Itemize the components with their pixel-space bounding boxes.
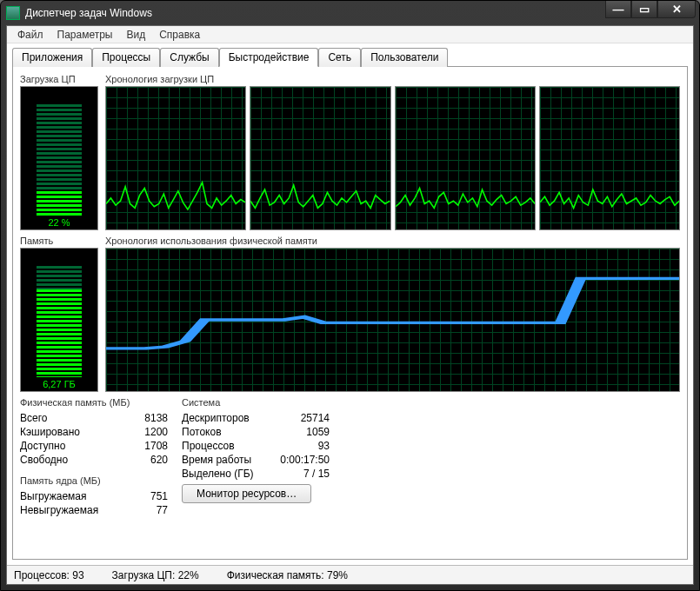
mem-history-label: Хронология использования физической памя… <box>105 236 680 246</box>
kernel-mem-header: Память ядра (МБ) <box>20 475 168 486</box>
kernel-paged-value: 751 <box>150 489 168 503</box>
cpu-meter-box: Загрузка ЦП 22 % <box>20 74 98 230</box>
kernel-nonpaged-label: Невыгружаемая <box>20 503 98 517</box>
status-memory: Физическая память: 79% <box>227 569 348 581</box>
cpu-graph-2 <box>250 86 390 230</box>
sys-handles-value: 25714 <box>301 411 330 425</box>
kernel-memory-group: Память ядра (МБ) Выгружаемая751 Невыгруж… <box>20 475 168 517</box>
tab-network[interactable]: Сеть <box>318 48 361 67</box>
kernel-nonpaged-value: 77 <box>157 503 168 517</box>
sys-uptime-value: 0:00:17:50 <box>280 453 330 467</box>
cpu-graph-3 <box>395 86 536 230</box>
phys-free-value: 620 <box>150 453 168 467</box>
menubar: Файл Параметры Вид Справка <box>7 26 693 43</box>
memory-meter-box: Память 6,27 ГБ <box>20 236 98 392</box>
status-bar: Процессов: 93 Загрузка ЦП: 22% Физическа… <box>7 565 693 584</box>
menu-file[interactable]: Файл <box>12 27 49 43</box>
tab-strip: Приложения Процессы Службы Быстродействи… <box>7 43 693 66</box>
status-processes: Процессов: 93 <box>14 569 84 581</box>
titlebar[interactable]: Диспетчер задач Windows — ▭ ✕ <box>1 1 699 25</box>
sys-threads-value: 1059 <box>306 425 330 439</box>
cpu-history-group: Хронология загрузки ЦП <box>105 74 680 230</box>
minimize-button[interactable]: — <box>605 1 631 18</box>
sys-threads-label: Потоков <box>182 425 222 439</box>
phys-cached-label: Кэшировано <box>20 425 80 439</box>
cpu-meter: 22 % <box>20 86 98 230</box>
phys-cached-value: 1200 <box>144 425 168 439</box>
performance-panel: Загрузка ЦП 22 % Хронология загрузки ЦП <box>12 66 688 560</box>
cpu-history-label: Хронология загрузки ЦП <box>105 74 680 84</box>
memory-meter-value: 6,27 ГБ <box>43 379 76 389</box>
system-header: Система <box>182 397 330 408</box>
sys-commit-label: Выделено (ГБ) <box>182 467 254 481</box>
tab-applications[interactable]: Приложения <box>12 48 92 67</box>
cpu-graph-1 <box>105 86 246 230</box>
cpu-meter-value: 22 % <box>48 217 70 228</box>
close-button[interactable]: ✕ <box>657 1 696 18</box>
tab-users[interactable]: Пользователи <box>361 48 448 67</box>
menu-help[interactable]: Справка <box>154 27 205 43</box>
phys-total-label: Всего <box>20 411 47 425</box>
task-manager-window: Диспетчер задач Windows — ▭ ✕ Файл Парам… <box>0 0 700 591</box>
memory-meter: 6,27 ГБ <box>20 248 98 392</box>
sys-handles-label: Дескрипторов <box>182 411 250 425</box>
phys-free-label: Свободно <box>20 453 68 467</box>
status-cpu: Загрузка ЦП: 22% <box>112 569 199 581</box>
kernel-paged-label: Выгружаемая <box>20 489 86 503</box>
sys-procs-value: 93 <box>318 439 330 453</box>
tab-performance[interactable]: Быстродействие <box>219 48 319 67</box>
mem-history-group: Хронология использования физической памя… <box>105 236 680 392</box>
cpu-usage-label: Загрузка ЦП <box>20 74 98 84</box>
phys-avail-label: Доступно <box>20 439 65 453</box>
memory-label: Память <box>20 236 98 246</box>
resource-monitor-button[interactable]: Монитор ресурсов… <box>182 484 311 503</box>
app-icon <box>6 6 20 20</box>
tab-processes[interactable]: Процессы <box>92 48 160 67</box>
tab-services[interactable]: Службы <box>160 48 218 67</box>
menu-view[interactable]: Вид <box>121 27 150 43</box>
phys-mem-header: Физическая память (МБ) <box>20 397 168 408</box>
phys-avail-value: 1708 <box>144 439 168 453</box>
physical-memory-group: Физическая память (МБ) Всего8138 Кэширов… <box>20 397 168 467</box>
window-title: Диспетчер задач Windows <box>25 7 152 19</box>
client-area: Файл Параметры Вид Справка Приложения Пр… <box>6 25 694 585</box>
system-group: Система Дескрипторов25714 Потоков1059 Пр… <box>182 397 330 481</box>
sys-procs-label: Процессов <box>182 439 235 453</box>
phys-total-value: 8138 <box>144 411 168 425</box>
maximize-button[interactable]: ▭ <box>631 1 657 18</box>
memory-graph <box>105 248 680 392</box>
sys-uptime-label: Время работы <box>182 453 251 467</box>
menu-options[interactable]: Параметры <box>52 27 118 43</box>
sys-commit-value: 7 / 15 <box>303 467 330 481</box>
cpu-graph-4 <box>539 86 680 230</box>
